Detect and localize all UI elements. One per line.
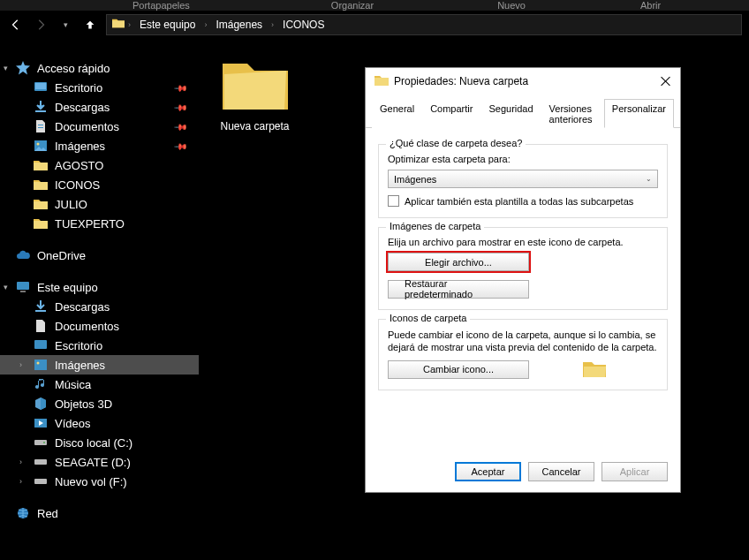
sidebar-network[interactable]: Red: [0, 503, 199, 523]
sidebar-quick-access[interactable]: ▾ Acceso rápido: [0, 58, 199, 78]
sidebar-item-label: Objetos 3D: [55, 397, 112, 411]
drive-icon: [34, 455, 48, 469]
toolbar: ▾ › Este equipo › Imágenes › ICONOS: [0, 11, 749, 39]
folder-item[interactable]: Nueva carpeta: [213, 55, 297, 132]
sidebar-pc-escritorio[interactable]: Escritorio: [0, 336, 199, 355]
group-folder-type: ¿Qué clase de carpeta desea? Optimizar e…: [378, 144, 668, 218]
sidebar-item-label: Documentos: [55, 120, 119, 133]
tab-general[interactable]: General: [372, 99, 422, 128]
sidebar-item-label: Imágenes: [55, 359, 105, 372]
pictures-icon: [34, 358, 48, 372]
address-bar[interactable]: › Este equipo › Imágenes › ICONOS: [106, 14, 742, 35]
sidebar-this-pc[interactable]: ▾Este equipo: [0, 277, 199, 297]
svg-point-10: [37, 362, 40, 365]
sidebar-pc-documentos[interactable]: Documentos: [0, 316, 199, 336]
breadcrumb-root[interactable]: Este equipo: [134, 19, 200, 31]
sidebar-item-label: Música: [55, 378, 91, 391]
combo-value: Imágenes: [394, 174, 436, 185]
tab-strip: General Compartir Seguridad Versiones an…: [366, 98, 680, 128]
ribbon-nuevo: Nuevo: [444, 0, 579, 11]
apply-subfolders-checkbox[interactable]: Aplicar también esta plantilla a todas l…: [388, 195, 658, 207]
up-button[interactable]: [81, 16, 99, 34]
sidebar-onedrive[interactable]: OneDrive: [0, 246, 199, 265]
sidebar-item-descargas[interactable]: Descargas📌: [0, 97, 199, 117]
sidebar-item-label: Escritorio: [55, 81, 102, 95]
dialog-body: ¿Qué clase de carpeta desea? Optimizar e…: [366, 128, 680, 397]
optimize-combo[interactable]: Imágenes ⌄: [388, 170, 658, 188]
change-icon-button[interactable]: Cambiar icono...: [388, 360, 529, 379]
sidebar-item-label: TUEXPERTO: [55, 217, 125, 231]
document-icon: [34, 119, 48, 133]
group-legend: Iconos de carpeta: [386, 313, 470, 323]
chevron-right-icon: ›: [19, 360, 22, 369]
dialog-titlebar[interactable]: Propiedades: Nueva carpeta: [366, 68, 680, 95]
sidebar-item-tuexperto[interactable]: TUEXPERTO: [0, 214, 199, 233]
sidebar-item-label: Este equipo: [37, 281, 98, 294]
pin-icon: 📌: [174, 119, 188, 133]
chevron-right-icon: ›: [19, 458, 22, 466]
sidebar-pc-objetos3d[interactable]: Objetos 3D: [0, 394, 199, 413]
pin-icon: 📌: [174, 100, 188, 114]
sidebar-item-escritorio[interactable]: Escritorio📌: [0, 78, 199, 97]
ribbon-portapapeles: Portapapeles: [0, 0, 261, 11]
sidebar-pc-musica[interactable]: Música: [0, 375, 199, 394]
folder-icon: [34, 158, 48, 172]
chevron-right-icon: ›: [204, 20, 207, 29]
pin-icon: 📌: [174, 80, 188, 95]
choose-file-button[interactable]: Elegir archivo...: [388, 253, 529, 271]
sidebar-item-label: Documentos: [55, 320, 119, 333]
tab-compartir[interactable]: Compartir: [422, 99, 480, 128]
tab-versiones[interactable]: Versiones anteriores: [541, 99, 604, 128]
close-button[interactable]: [659, 74, 673, 88]
tab-seguridad[interactable]: Seguridad: [480, 99, 541, 128]
folder-preview-icon: [582, 359, 607, 379]
svg-rect-1: [35, 83, 46, 89]
chevron-right-icon: ›: [271, 20, 274, 29]
music-icon: [34, 377, 48, 391]
cancel-button[interactable]: Cancelar: [528, 462, 594, 481]
navigation-tree: ▾ Acceso rápido Escritorio📌 Descargas📌 D…: [0, 39, 199, 560]
sidebar-item-imagenes[interactable]: Imágenes📌: [0, 136, 199, 155]
sidebar-item-label: Red: [37, 507, 58, 520]
sidebar-pc-disco-c[interactable]: Disco local (C:): [0, 433, 199, 452]
download-icon: [34, 100, 48, 114]
group-legend: ¿Qué clase de carpeta desea?: [386, 138, 526, 148]
breadcrumb-iconos[interactable]: ICONOS: [277, 19, 329, 31]
breadcrumb-images[interactable]: Imágenes: [210, 19, 268, 31]
properties-dialog: Propiedades: Nueva carpeta General Compa…: [365, 67, 681, 493]
tab-personalizar[interactable]: Personalizar: [604, 99, 674, 128]
forward-button[interactable]: [32, 16, 49, 34]
chevron-down-icon: ▾: [4, 64, 8, 72]
sidebar-pc-videos[interactable]: Vídeos: [0, 413, 199, 433]
sidebar-item-agosto[interactable]: AGOSTO: [0, 155, 199, 175]
sidebar-pc-imagenes[interactable]: ›Imágenes: [0, 355, 199, 375]
cloud-icon: [16, 248, 30, 262]
restore-default-button[interactable]: Restaurar predeterminado: [388, 280, 529, 299]
folder-label: Nueva carpeta: [213, 120, 297, 132]
ribbon-hints: Portapapeles Organizar Nuevo Abrir: [0, 0, 749, 11]
chevron-down-icon: ▾: [4, 283, 8, 291]
folder-icon: [112, 17, 125, 33]
svg-rect-9: [34, 359, 47, 370]
sidebar-item-label: JULIO: [55, 198, 87, 211]
drive-icon: [34, 474, 48, 488]
sidebar-item-label: Escritorio: [55, 339, 102, 352]
sidebar-item-iconos[interactable]: ICONOS: [0, 175, 199, 194]
sidebar-pc-descargas[interactable]: Descargas: [0, 297, 199, 316]
document-icon: [34, 319, 48, 333]
back-button[interactable]: [7, 16, 25, 34]
sidebar-item-julio[interactable]: JULIO: [0, 194, 199, 214]
group-description: Puede cambiar el icono de la carpeta, au…: [388, 329, 658, 355]
chevron-down-icon: ⌄: [646, 175, 652, 183]
sidebar-pc-seagate[interactable]: ›SEAGATE (D:): [0, 452, 199, 472]
sidebar-item-label: Nuevo vol (F:): [55, 475, 127, 488]
sidebar-item-documentos[interactable]: Documentos📌: [0, 117, 199, 136]
sidebar-pc-nuevo-vol[interactable]: ›Nuevo vol (F:): [0, 472, 199, 491]
drive-icon: [34, 435, 48, 450]
desktop-icon: [34, 338, 48, 352]
accept-button[interactable]: Aceptar: [455, 462, 521, 481]
pin-icon: 📌: [174, 139, 188, 153]
apply-button[interactable]: Aplicar: [601, 462, 668, 481]
recent-dropdown[interactable]: ▾: [57, 16, 74, 34]
folder-icon: [34, 178, 48, 192]
